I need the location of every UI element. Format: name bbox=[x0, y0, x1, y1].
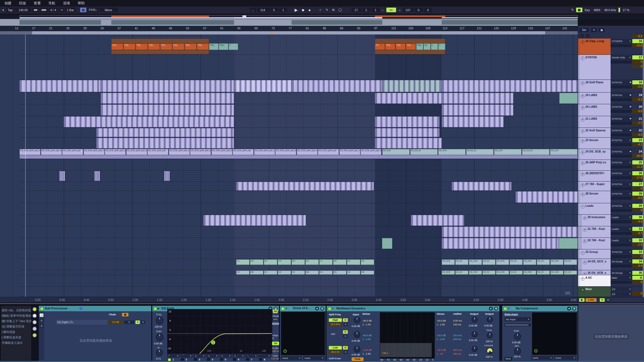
peak-db-badge[interactable]: -8.9 bbox=[632, 34, 643, 38]
info-toggle-icon[interactable] bbox=[32, 307, 37, 312]
show-devices-icon[interactable]: ⊜ bbox=[40, 324, 43, 328]
track-volume-db[interactable]: -11.3 bbox=[632, 165, 643, 169]
arrangement-overview[interactable] bbox=[0, 15, 644, 19]
loop-brace[interactable] bbox=[0, 31, 578, 34]
clip[interactable] bbox=[375, 50, 445, 54]
quantize-menu[interactable]: 1 Bar bbox=[65, 8, 75, 12]
clip[interactable]: DS_SCB_synth_pad bbox=[147, 149, 168, 155]
track-number-badge[interactable]: 33 bbox=[632, 250, 643, 254]
stop-button[interactable]: ■ bbox=[300, 8, 306, 12]
key-map-button[interactable]: Key bbox=[583, 8, 592, 12]
clip[interactable]: Clap_ bbox=[406, 43, 416, 50]
group-fold-icon[interactable]: ≡ bbox=[581, 205, 585, 209]
track-name[interactable]: ▾22 AuS Spacey bbox=[580, 128, 611, 137]
clip[interactable]: DS_SC bbox=[537, 259, 550, 265]
routing-select[interactable]: Main▼ bbox=[611, 276, 632, 280]
track-volume-db[interactable]: -0.5 bbox=[632, 196, 643, 200]
track-volume-db[interactable]: -3.8 bbox=[632, 109, 643, 113]
playhead[interactable] bbox=[25, 34, 26, 297]
fold-arrow-icon[interactable]: ▾ bbox=[581, 81, 585, 85]
clip[interactable]: DS bbox=[292, 259, 305, 265]
routing-select[interactable]: OTHERS▼ bbox=[611, 39, 632, 43]
below-mid-ratio[interactable]: 1 : 1.00 bbox=[362, 338, 371, 341]
plugin-expand-icon[interactable] bbox=[534, 349, 538, 353]
clip[interactable]: DS_DS_SC bbox=[410, 149, 438, 155]
clip[interactable]: DS_SCB_synth_pad_one bbox=[41, 149, 62, 155]
clip[interactable]: DS_SCB_synth_pad_on bbox=[20, 149, 40, 155]
clip[interactable] bbox=[442, 116, 504, 127]
device-on-led[interactable] bbox=[40, 307, 44, 311]
track-volume-db[interactable]: -4.4 bbox=[632, 220, 643, 223]
attack-high[interactable]: 5.00 ms bbox=[453, 319, 462, 322]
routing-select[interactable]: Sends Only▼ bbox=[611, 55, 632, 60]
mix-value[interactable]: 100 % bbox=[514, 355, 521, 358]
clip[interactable] bbox=[164, 171, 170, 181]
record-button[interactable]: ● bbox=[307, 8, 312, 12]
clip[interactable]: LC bbox=[236, 259, 250, 265]
below-high-ratio[interactable]: 1 : 1.00 bbox=[362, 323, 371, 326]
clip[interactable] bbox=[203, 215, 306, 226]
routing-select[interactable]: SYNTHS▼ bbox=[611, 117, 632, 121]
zoom-factor-chip[interactable]: 1.00x bbox=[586, 298, 596, 302]
routing-select[interactable]: SYNTHS▼ bbox=[611, 192, 632, 196]
track-number-badge[interactable]: 26 bbox=[632, 171, 643, 175]
low-freq-value[interactable]: 90.0 Hz bbox=[328, 350, 342, 354]
loop-start-sixteenths[interactable]: 1 bbox=[371, 8, 380, 12]
global-output-knob[interactable] bbox=[487, 317, 493, 323]
track-volume-db[interactable]: -4.5 bbox=[632, 133, 643, 136]
fold-arrow-icon[interactable]: ▾ bbox=[581, 277, 585, 281]
loop-start-bars[interactable]: 17. bbox=[351, 8, 362, 12]
sidechain-gain-slider[interactable] bbox=[504, 324, 531, 326]
pencil-icon[interactable]: ✎ bbox=[591, 28, 597, 32]
track-volume-db[interactable]: 0 bbox=[632, 255, 643, 258]
track-volume-db[interactable]: -16.5 bbox=[632, 154, 643, 158]
q-value[interactable]: 0.71 bbox=[156, 357, 161, 360]
band-type-select-8[interactable]: ‾▼ bbox=[258, 354, 271, 358]
nav-back-button[interactable]: ← bbox=[580, 34, 584, 38]
track-volume-db[interactable]: 0 bbox=[632, 292, 643, 295]
device-toggle-icon[interactable] bbox=[32, 333, 37, 338]
clip[interactable]: DS_SCB_synth_pad_o bbox=[84, 149, 105, 155]
clip[interactable]: DS_SCB_synth_pad bbox=[318, 149, 339, 155]
routing-select[interactable]: SYNTHS▼ bbox=[611, 182, 632, 186]
below-low-thresh[interactable]: -13.6 dB bbox=[362, 349, 372, 351]
group-fold-icon[interactable]: ≡ bbox=[581, 56, 585, 60]
play-button[interactable]: ▶ bbox=[293, 8, 299, 12]
track-name[interactable]: ▾30 Instrumen bbox=[582, 215, 611, 226]
clip[interactable] bbox=[292, 80, 382, 92]
clip[interactable] bbox=[101, 93, 234, 104]
plugin-panel[interactable] bbox=[532, 312, 577, 355]
clip[interactable] bbox=[94, 171, 100, 181]
clip[interactable]: Clap_ bbox=[160, 43, 172, 50]
track-number-badge[interactable]: 18 bbox=[632, 80, 643, 84]
low-band-toggle[interactable]: Low bbox=[329, 346, 342, 350]
position-bars[interactable]: 114. bbox=[257, 8, 269, 12]
menu-item-2[interactable]: 查看 bbox=[34, 1, 41, 6]
position-beats[interactable]: 3. bbox=[270, 8, 278, 12]
input-mid-value[interactable]: 0.00 dB bbox=[352, 339, 360, 342]
track-volume-db[interactable]: -5.6 bbox=[632, 85, 643, 88]
fold-icon[interactable]: ▼ bbox=[508, 307, 510, 310]
mixer-toggle-icon[interactable] bbox=[32, 326, 37, 331]
nav-forward-button[interactable]: → bbox=[586, 34, 590, 38]
routing-select[interactable]: SYNTHS▼ bbox=[611, 93, 632, 97]
out-high-knob[interactable] bbox=[472, 317, 478, 323]
fold-arrow-icon[interactable]: ▾ bbox=[581, 151, 585, 154]
clip[interactable]: DS_SCD bbox=[442, 259, 455, 265]
clip[interactable]: DS_SC bbox=[482, 271, 495, 275]
clip[interactable]: DS bbox=[250, 259, 263, 265]
device-on-led[interactable] bbox=[281, 307, 285, 311]
clip[interactable]: DS_SCB_synth_pad bbox=[233, 149, 254, 155]
fold-icon[interactable]: ▼ bbox=[332, 307, 334, 310]
clip[interactable]: CD bbox=[278, 259, 291, 265]
out-low-value[interactable]: 0.00 dB bbox=[469, 354, 477, 356]
track-name[interactable]: ▾Main bbox=[580, 287, 611, 297]
freq-value[interactable]: 130 Hz bbox=[154, 325, 162, 328]
clip[interactable] bbox=[101, 80, 234, 92]
routing-select[interactable]: SYNTHS▼ bbox=[611, 250, 632, 254]
fold-arrow-icon[interactable]: ▾ bbox=[583, 239, 587, 243]
clip[interactable]: EC bbox=[347, 259, 360, 265]
gain-value[interactable]: 0.00 dB bbox=[154, 342, 162, 345]
routing-select[interactable]: SYNTHS▼ bbox=[611, 138, 632, 142]
track-send-db[interactable]: 0 bbox=[632, 65, 643, 68]
